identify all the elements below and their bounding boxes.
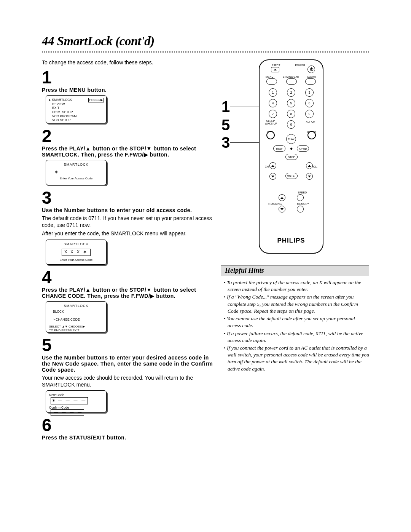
code-xs: X X X ✶ <box>62 249 91 256</box>
speed-button[interactable] <box>297 194 304 201</box>
cursor-icon: ✶ <box>54 169 58 175</box>
altch-label: ALT CH <box>306 120 315 123</box>
page-number: 44 <box>42 34 54 48</box>
num-0-button[interactable]: 0 <box>287 120 295 129</box>
screen4-l3: SELECT ▲▼ CHOOSE ▶ <box>49 325 103 329</box>
step-4-number: 4 <box>42 268 213 286</box>
menu-button[interactable] <box>266 78 277 85</box>
menu-l3: EXIT <box>49 106 103 110</box>
callout-3: 3 <box>221 134 230 151</box>
screen4-l4: TO END PRESS EXIT <box>49 329 103 332</box>
vol-down-button[interactable] <box>306 173 313 180</box>
stop-button[interactable]: STOP <box>285 154 298 160</box>
step-6-bold: Press the STATUS/EXIT button. <box>42 435 213 441</box>
num-9-button[interactable]: 9 <box>305 110 314 118</box>
new-code-label: New Code <box>49 393 73 397</box>
hints-title: Helpful Hints <box>221 265 369 276</box>
screen-x-code: SMARTLOCK X X X ✶ Enter Your Access Code <box>46 240 107 265</box>
num-4-button[interactable]: 4 <box>269 99 277 107</box>
title-divider <box>42 51 369 53</box>
menu-label: MENU <box>266 75 274 78</box>
confirm-code-box: — — — — <box>51 409 84 416</box>
step-5-number: 5 <box>42 336 213 354</box>
step-3-number: 3 <box>42 189 213 206</box>
speed-label: SPEED <box>298 191 307 194</box>
hint-item: If you connect the power cord to an AC o… <box>222 345 369 372</box>
step-3-bold: Use the Number buttons to enter your old… <box>42 207 213 213</box>
num-2-button[interactable]: 2 <box>287 88 295 97</box>
menu-l2: REVIEW <box>49 102 103 106</box>
step-2-bold: Press the PLAY/▲ button or the STOP/▼ bu… <box>42 145 213 158</box>
screen4-header: SMARTLOCK <box>49 304 103 308</box>
hint-item: You cannot use the default code after yo… <box>222 315 369 329</box>
ffwd-button[interactable]: F.FWD <box>297 145 309 152</box>
remote-diagram: EJECT POWER ⏻ MENU STATUS/EXIT CLEAR 1 2… <box>240 59 331 254</box>
menu-l5: VCR PROGRAM <box>49 114 103 118</box>
tracking-down-button[interactable] <box>279 206 285 212</box>
step-1-bold: Press the MENU button. <box>42 87 213 93</box>
step-6-number: 6 <box>42 416 213 434</box>
num-1-button[interactable]: 1 <box>269 88 277 97</box>
ch-label: CH. <box>265 165 269 168</box>
rec-button[interactable] <box>266 131 275 139</box>
title-text: SmartLock (cont'd) <box>57 34 155 48</box>
code-dashes: — — — — <box>61 168 98 175</box>
rew-button[interactable]: REW <box>273 145 285 152</box>
screen3-header: SMARTLOCK <box>49 242 103 246</box>
memory-button[interactable] <box>297 206 304 212</box>
memory-label: MEMORY <box>297 203 309 205</box>
screen-change-code: SMARTLOCK BLOCK > CHANGE CODE SELECT ▲▼ … <box>46 301 107 332</box>
power-button[interactable]: ⏻ <box>307 66 315 73</box>
step-5-bold: Use the Number buttons to enter your des… <box>42 355 213 373</box>
pause-button[interactable] <box>307 131 316 139</box>
screen-menu-list: PRESS ▶ ▸ SMARTLOCK REVIEW EXIT PRIM. SE… <box>46 95 107 123</box>
screen3-footer: Enter Your Access Code <box>49 258 103 262</box>
eject-button[interactable] <box>271 67 279 72</box>
ch-down-button[interactable] <box>269 173 276 180</box>
right-column: 6 2,4 1 5 3 EJECT POWER ⏻ MENU STATUS/EX… <box>221 59 369 442</box>
brand-text: PHILIPS <box>260 237 323 244</box>
step-3-body1: The default code is 0711. If you have ne… <box>42 215 213 228</box>
hint-item: If a "Wrong Code..." message appears on … <box>222 294 369 315</box>
num-7-button[interactable]: 7 <box>269 110 277 118</box>
screen2-header: SMARTLOCK <box>49 163 103 167</box>
callout-1: 1 <box>221 98 230 115</box>
clear-button[interactable] <box>305 78 316 85</box>
power-label: POWER <box>295 64 305 67</box>
clear-label: CLEAR <box>307 75 316 78</box>
screen-new-confirm: New Code ✶— — — — Confirm Code — — — — <box>46 390 107 412</box>
screen-enter-code: SMARTLOCK ✶ — — — — Enter Your Access Co… <box>46 160 107 185</box>
status-exit-button[interactable] <box>286 78 297 85</box>
nav-diamond: ◆ <box>288 145 294 152</box>
vol-up-button[interactable] <box>306 162 313 169</box>
num-6-button[interactable]: 6 <box>305 99 314 107</box>
num-5-button[interactable]: 5 <box>287 99 295 107</box>
screen4-l2: > CHANGE CODE <box>53 318 103 322</box>
new-code-box: ✶— — — — <box>51 397 88 404</box>
eject-label: EJECT <box>272 64 280 67</box>
step-1-number: 1 <box>42 69 213 86</box>
ch-up-button[interactable] <box>269 162 276 169</box>
play-button[interactable]: PLAY <box>286 134 296 144</box>
screen2-footer: Enter Your Access Code <box>49 177 103 181</box>
sleep-label: SLEEP WAKE-UP <box>265 120 276 125</box>
num-3-button[interactable]: 3 <box>305 88 314 97</box>
page-title: 44 SmartLock (cont'd) <box>42 34 369 48</box>
mute-label: MUTE <box>287 174 295 177</box>
menu-l6: VCR SETUP <box>49 118 103 122</box>
hint-item: If a power failure occurs, the default c… <box>222 330 369 344</box>
confirm-code-label: Confirm Code <box>49 406 73 410</box>
step-2-number: 2 <box>42 127 213 145</box>
hints-list: To protect the privacy of the access cod… <box>221 276 369 372</box>
step-3-body2: After you enter the code, the SMARTLOCK … <box>42 230 213 237</box>
menu-l4: PRIM. SETUP <box>49 110 103 114</box>
tracking-up-button[interactable] <box>279 194 285 201</box>
press-right-btn: PRESS ▶ <box>88 98 104 102</box>
screen4-l1: BLOCK <box>53 310 103 314</box>
instructions-column: To change the access code, follow these … <box>42 59 213 442</box>
step-4-bold: Press the PLAY/▲ button or the STOP/▼ bu… <box>42 287 213 299</box>
step-5-body: Your new access code should be recorded.… <box>42 374 213 388</box>
num-8-button[interactable]: 8 <box>287 110 295 118</box>
callout-5: 5 <box>221 117 230 134</box>
intro-text: To change the access code, follow these … <box>42 59 213 66</box>
